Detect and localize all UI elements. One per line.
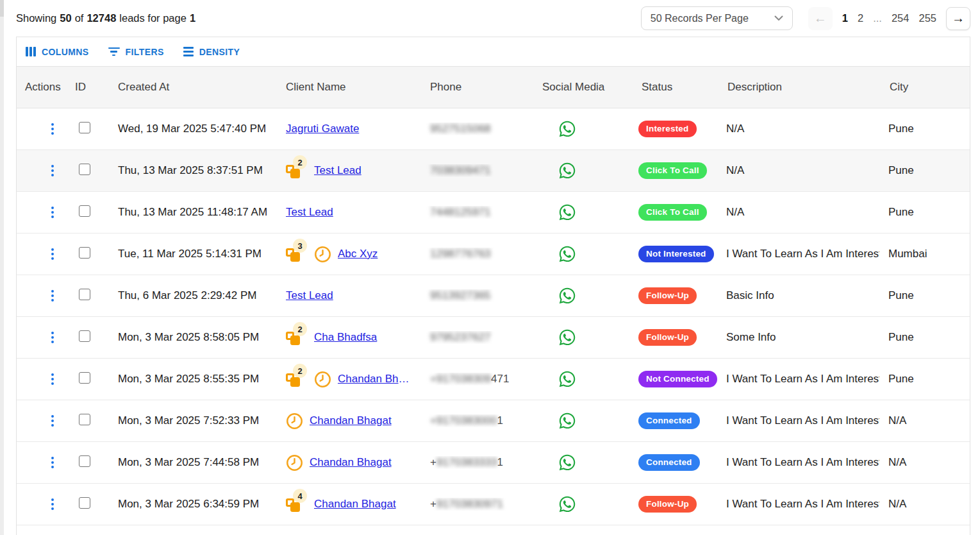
status-badge[interactable]: Not Interested	[638, 246, 714, 262]
whatsapp-icon[interactable]	[558, 412, 576, 430]
whatsapp-icon[interactable]	[558, 328, 576, 346]
client-name-link[interactable]: Chandan Bhagat	[310, 414, 392, 427]
phone-blurred-digits: 9795237627	[430, 331, 491, 343]
status-cell: Not Connected	[631, 371, 717, 387]
filters-button-label: FILTERS	[126, 47, 164, 57]
client-name-link[interactable]: Chandan Bhagat	[310, 456, 392, 469]
table-row: Mon, 3 Mar 2025 8:58:05 PM 2 Cha Bhadfsa…	[17, 317, 970, 359]
phone-cell: 7038309471	[420, 164, 532, 177]
status-badge[interactable]: Connected	[638, 454, 700, 471]
status-badge[interactable]: Click To Call	[638, 204, 707, 221]
client-name-link[interactable]: Test Lead	[314, 164, 361, 177]
row-actions-menu-button[interactable]	[49, 497, 56, 513]
phone-cell: +91703833331	[420, 456, 532, 469]
client-name-link[interactable]: Abc Xyz	[338, 248, 378, 260]
actions-cell	[17, 413, 65, 429]
row-checkbox[interactable]	[79, 289, 90, 300]
row-checkbox[interactable]	[79, 122, 90, 133]
row-actions-menu-button[interactable]	[49, 246, 56, 262]
status-badge[interactable]: Click To Call	[638, 162, 707, 179]
row-checkbox[interactable]	[79, 247, 90, 259]
social-media-cell	[532, 120, 631, 138]
column-header-id[interactable]: ID	[65, 81, 108, 94]
lead-count-badge: 2	[293, 364, 307, 378]
row-actions-menu-button[interactable]	[49, 288, 56, 304]
column-header-description[interactable]: Description	[717, 81, 879, 94]
id-cell	[65, 289, 108, 303]
column-header-created-at[interactable]: Created At	[108, 81, 276, 94]
row-checkbox[interactable]	[79, 164, 90, 175]
page-button-255[interactable]: 255	[918, 12, 936, 24]
row-checkbox[interactable]	[79, 414, 90, 425]
description-cell: N/A	[717, 123, 879, 135]
whatsapp-icon[interactable]	[558, 287, 576, 305]
previous-page-button[interactable]: ←	[808, 7, 833, 30]
status-cell: Follow-Up	[631, 496, 717, 513]
id-cell	[65, 205, 108, 220]
description-cell: N/A	[717, 164, 879, 177]
density-button[interactable]: DENSITY	[183, 47, 240, 57]
columns-button[interactable]: COLUMNS	[26, 47, 89, 57]
description-cell: N/A	[717, 206, 879, 219]
row-actions-menu-button[interactable]	[49, 163, 56, 179]
status-badge[interactable]: Connected	[638, 412, 700, 429]
actions-cell	[17, 497, 65, 513]
column-header-phone[interactable]: Phone	[420, 81, 532, 94]
table-row: Mon, 3 Mar 2025 6:34:59 PM 4 Chandan Bha…	[17, 484, 970, 525]
row-checkbox[interactable]	[79, 455, 90, 467]
client-name-link[interactable]: Chandan Bhagat	[338, 373, 412, 386]
next-page-button[interactable]: →	[946, 7, 970, 30]
whatsapp-icon[interactable]	[558, 245, 576, 263]
city-cell: Pune	[879, 373, 970, 386]
client-name-link[interactable]: Jagruti Gawate	[286, 123, 359, 135]
column-header-social-media[interactable]: Social Media	[532, 81, 631, 94]
records-per-page-select[interactable]: 50 Records Per Page	[641, 6, 793, 30]
summary-total: 12748	[87, 12, 116, 24]
client-name-cell: 2 Chandan Bhagat	[276, 370, 420, 388]
status-badge[interactable]: Interested	[638, 121, 697, 137]
table-row: Wed, 19 Mar 2025 5:47:40 PM Jagruti Gawa…	[17, 108, 970, 150]
filters-button[interactable]: FILTERS	[108, 47, 164, 57]
row-actions-menu-button[interactable]	[49, 413, 56, 429]
row-checkbox[interactable]	[79, 497, 90, 509]
social-media-cell	[532, 328, 631, 346]
summary-showing-label: Showing	[16, 12, 56, 24]
phone-blurred-digits: 7448125971	[430, 206, 491, 218]
row-actions-menu-button[interactable]	[49, 371, 56, 387]
row-checkbox[interactable]	[79, 205, 90, 217]
summary-count: 50	[60, 12, 71, 24]
phone-cell: 9513927365	[420, 289, 532, 302]
client-name-link[interactable]: Test Lead	[286, 206, 333, 219]
row-actions-menu-button[interactable]	[49, 205, 56, 221]
phone-blurred-digits: 7038309471	[430, 164, 491, 176]
status-badge[interactable]: Follow-Up	[638, 287, 697, 304]
whatsapp-icon[interactable]	[558, 203, 576, 221]
row-checkbox[interactable]	[79, 330, 90, 342]
results-summary: Showing 50 of 12748 leads for page 1	[16, 12, 195, 24]
column-header-actions[interactable]: Actions	[17, 81, 65, 94]
client-name-link[interactable]: Chandan Bhagat	[314, 498, 396, 511]
column-header-status[interactable]: Status	[631, 81, 717, 94]
whatsapp-icon[interactable]	[558, 120, 576, 138]
status-badge[interactable]: Follow-Up	[638, 496, 697, 513]
row-checkbox[interactable]	[79, 372, 90, 384]
page-button-254[interactable]: 254	[892, 12, 909, 24]
row-actions-menu-button[interactable]	[49, 455, 56, 471]
whatsapp-icon[interactable]	[558, 370, 576, 388]
page-button-1[interactable]: 1	[842, 12, 848, 24]
phone-visible-prefix: +	[430, 498, 436, 510]
row-actions-menu-button[interactable]	[49, 121, 56, 137]
column-header-client-name[interactable]: Client Name	[276, 81, 420, 94]
whatsapp-icon[interactable]	[558, 162, 576, 180]
client-name-link[interactable]: Cha Bhadfsa	[314, 331, 377, 344]
city-cell: N/A	[879, 456, 970, 469]
client-name-link[interactable]: Test Lead	[286, 289, 333, 302]
column-header-city[interactable]: City	[879, 81, 970, 94]
status-badge[interactable]: Not Connected	[638, 371, 717, 387]
whatsapp-icon[interactable]	[558, 495, 576, 513]
row-actions-menu-button[interactable]	[49, 330, 56, 346]
page-button-2[interactable]: 2	[858, 12, 863, 24]
status-badge[interactable]: Follow-Up	[638, 329, 697, 346]
whatsapp-icon[interactable]	[558, 454, 576, 471]
actions-cell	[17, 205, 65, 221]
